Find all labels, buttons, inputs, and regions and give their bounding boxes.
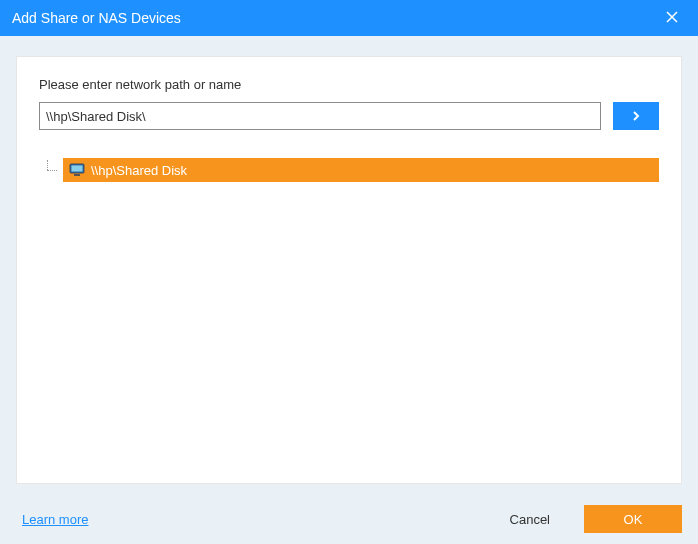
tree-item-share[interactable]: \\hp\Shared Disk	[63, 158, 659, 182]
go-button[interactable]	[613, 102, 659, 130]
tree-row: \\hp\Shared Disk	[43, 158, 659, 182]
monitor-icon	[69, 163, 85, 177]
main-card: Please enter network path or name	[16, 56, 682, 484]
content-area: Please enter network path or name	[0, 36, 698, 494]
chevron-right-icon	[631, 110, 641, 122]
tree-connector-icon	[43, 160, 63, 180]
input-row	[39, 102, 659, 130]
learn-more-link[interactable]: Learn more	[22, 512, 88, 527]
svg-rect-1	[72, 166, 83, 172]
dialog-window: Add Share or NAS Devices Please enter ne…	[0, 0, 698, 544]
cancel-button[interactable]: Cancel	[490, 505, 570, 533]
prompt-label: Please enter network path or name	[39, 77, 659, 92]
results-tree: \\hp\Shared Disk	[39, 158, 659, 182]
titlebar: Add Share or NAS Devices	[0, 0, 698, 36]
svg-rect-2	[74, 174, 80, 176]
dialog-title: Add Share or NAS Devices	[12, 10, 658, 26]
tree-item-label: \\hp\Shared Disk	[91, 163, 187, 178]
ok-button[interactable]: OK	[584, 505, 682, 533]
network-path-input[interactable]	[39, 102, 601, 130]
footer: Learn more Cancel OK	[0, 494, 698, 544]
close-button[interactable]	[658, 4, 686, 32]
close-icon	[666, 9, 678, 27]
